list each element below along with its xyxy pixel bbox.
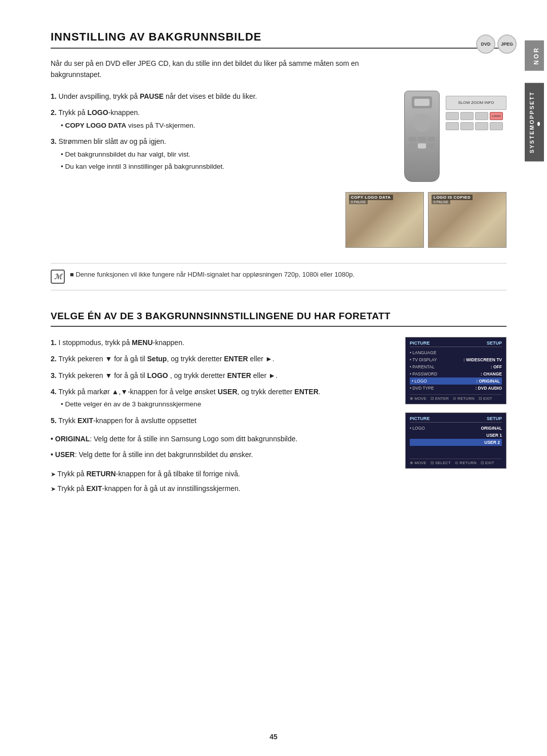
section2: VELGE ÉN AV DE 3 BAKGRUNNSINNSTILLINGENE… — [51, 311, 506, 497]
keyboard-placeholder: SLOW ZOOM INFO — [446, 96, 506, 110]
step3-bullet1: Det bakgrunnsbildet du har valgt, blir v… — [61, 149, 329, 160]
s2-step4: 4. Trykk på markør ▲,▼-knappen for å vel… — [51, 386, 390, 410]
menu-box-2: PICTURE SETUP • LOGO ORIGINAL USER 1 USE… — [405, 412, 506, 469]
step2-bullet: COPY LOGO DATA vises på TV-skjermen. — [61, 120, 329, 131]
note-icon: ℳ — [51, 270, 65, 284]
menu-1-footer: ⊕ MOVE ⊡ ENTER ⊙ RETURN ⊡ EXIT — [410, 394, 502, 401]
menu-row: USER 1 — [410, 432, 502, 439]
s2-step1: 1. I stoppmodus, trykk på MENU-knappen. — [51, 337, 390, 348]
screen-copy-logo: COPY LOGO DATA II PAUSE — [345, 192, 424, 248]
step2: 2. Trykk på LOGO-knappen. COPY LOGO DATA… — [51, 107, 329, 131]
menu-2-footer: ⊕ MOVE ⊡ SELECT ⊙ RETURN ⊡ EXIT — [410, 459, 502, 465]
section2-images: PICTURE SETUP • LANGUAGE • TV DISPLAY : … — [405, 337, 506, 497]
remote-control — [404, 91, 440, 182]
arrow-steps: Trykk på RETURN-knappen for å gå tilbake… — [51, 468, 390, 494]
bullet-original: ORIGINAL: Velg dette for å stille inn Sa… — [51, 433, 390, 444]
menu-row: • TV DISPLAY : WIDESCREEN TV — [410, 356, 502, 363]
screen-logo-copied: LOGO IS COPIED II PAUSE — [428, 192, 506, 248]
menu-box-2-title: PICTURE SETUP — [410, 416, 502, 423]
step3: 3. Strømmen blir slått av og på igjen. D… — [51, 136, 329, 172]
s2-step5: 5. Trykk EXIT-knappen for å avslutte opp… — [51, 415, 390, 426]
section1-title: INNSTILLING AV BAKGRUNNSBILDE — [51, 30, 506, 49]
steps-col: 1. Under avspilling, trykk på PAUSE når … — [51, 91, 329, 177]
step3-bullet2: Du kan velge inntil 3 innstillinger på b… — [61, 161, 329, 172]
menu-box-1-title: PICTURE SETUP — [410, 341, 502, 347]
content-row: 1. Under avspilling, trykk på PAUSE når … — [51, 91, 506, 248]
format-badges: DVD JPEG — [476, 34, 517, 54]
menu-box-1: PICTURE SETUP • LANGUAGE • TV DISPLAY : … — [405, 337, 506, 404]
section2-steps: 1. I stoppmodus, trykk på MENU-knappen. … — [51, 337, 390, 497]
bullet-user: USER: Velg dette for å stille inn det ba… — [51, 449, 390, 460]
s2-step3: 3. Trykk pekeren ▼ for å gå til LOGO , o… — [51, 370, 390, 381]
s2-step2: 2. Trykk pekeren ▼ for å gå til Setup, o… — [51, 353, 390, 364]
note-box: ℳ ■ Denne funksjonen vil ikke fungere nå… — [51, 263, 506, 290]
section1: INNSTILLING AV BAKGRUNNSBILDE Når du ser… — [51, 30, 506, 290]
images-col: SLOW ZOOM INFO LOGO — [344, 91, 506, 248]
menu-row: • LANGUAGE — [410, 349, 502, 356]
dvd-badge: DVD — [476, 34, 495, 54]
intro-text: Når du ser på en DVD eller JPEG CD, kan … — [51, 58, 395, 81]
screen-images: COPY LOGO DATA II PAUSE LOGO IS COPIED I… — [345, 192, 506, 248]
section2-content: 1. I stoppmodus, trykk på MENU-knappen. … — [51, 337, 506, 497]
menu-row: • PARENTAL : OFF — [410, 363, 502, 370]
menu-row: • LOGO ORIGINAL — [410, 425, 502, 432]
page-number: 45 — [269, 733, 278, 741]
note-text: ■ Denne funksjonen vil ikke fungere når … — [70, 270, 355, 280]
system-label: SYSTEMOPPSETT — [525, 83, 544, 162]
arrow-exit: Trykk på EXIT-knappen for å gå ut av inn… — [51, 483, 390, 494]
menu-row-logo: • LOGO : ORIGINAL — [410, 377, 502, 385]
page-container: NOR SYSTEMOPPSETT DVD JPEG INNSTILLING A… — [0, 0, 547, 756]
jpeg-badge: JPEG — [497, 34, 517, 54]
arrow-return: Trykk på RETURN-knappen for å gå tilbake… — [51, 468, 390, 479]
bullets-section: ORIGINAL: Velg dette for å stille inn Sa… — [51, 433, 390, 460]
right-sidebar: NOR SYSTEMOPPSETT — [522, 0, 547, 756]
menu-row: • PASSWORD : CHANGE — [410, 370, 502, 377]
nor-label: NOR — [525, 41, 544, 71]
s2-step4-bullet: Dette velger én av de 3 bakgrunnsskjerme… — [61, 399, 390, 410]
menu-row: • DVD TYPE : DVD AUDIO — [410, 385, 502, 392]
menu-row-user2: USER 2 — [410, 439, 502, 446]
step1: 1. Under avspilling, trykk på PAUSE når … — [51, 91, 329, 102]
section2-title: VELGE ÉN AV DE 3 BAKGRUNNSINNSTILLINGENE… — [51, 311, 506, 327]
